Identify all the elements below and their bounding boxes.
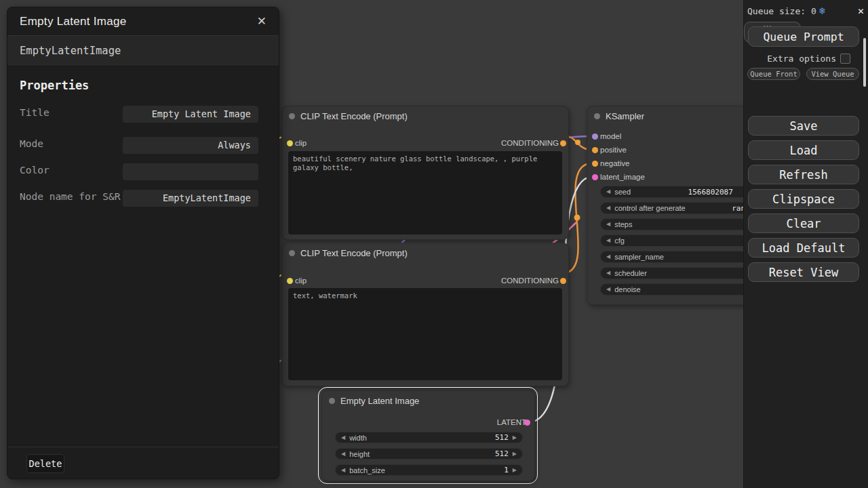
clear-button[interactable]: Clear [748, 214, 859, 233]
widget-label: seed [614, 188, 631, 196]
collapse-dot-icon[interactable] [289, 250, 295, 256]
load-button[interactable]: Load [748, 140, 859, 160]
refresh-button[interactable]: Refresh [748, 165, 859, 184]
widget-label: scheduler [614, 269, 647, 277]
wire-midpoint-dot [575, 140, 580, 145]
close-icon[interactable]: ✕ [254, 13, 269, 30]
sr-name-field[interactable]: EmptyLatentImage [123, 190, 258, 207]
node-properties-dialog: Empty Latent Image ✕ EmptyLatentImage Pr… [7, 7, 279, 479]
widget-label: cfg [614, 237, 625, 245]
queue-front-button[interactable]: Queue Front [747, 68, 800, 80]
wire-midpoint-dot [574, 215, 580, 221]
widget-label: height [349, 450, 370, 458]
title-field[interactable]: Empty Latent Image [123, 106, 258, 123]
widget-label: control after generate [614, 204, 686, 212]
conditioning-output-label: CONDITIONING [501, 139, 559, 147]
slot-row: clip CONDITIONING [282, 136, 568, 150]
height-widget[interactable]: ◀ height 512 ▶ [335, 448, 523, 460]
dialog-titlebar[interactable]: Empty Latent Image ✕ [7, 7, 279, 36]
negative-input-port[interactable] [592, 161, 598, 167]
decrement-arrow-icon[interactable]: ◀ [341, 451, 345, 457]
load-default-button[interactable]: Load Default [748, 238, 859, 258]
negative-input-label: negative [600, 159, 629, 167]
decrement-arrow-icon[interactable]: ◀ [606, 205, 610, 211]
clip-input-label: clip [295, 139, 307, 147]
decrement-arrow-icon[interactable]: ◀ [341, 468, 345, 473]
field-row-color: Color [20, 163, 265, 177]
positive-input-label: positive [600, 146, 627, 154]
increment-arrow-icon[interactable]: ▶ [513, 435, 517, 441]
node-type-name: EmptyLatentImage [20, 45, 121, 57]
node-header[interactable]: Empty Latent Image [322, 391, 534, 410]
field-label: Mode [20, 137, 121, 150]
clipspace-button[interactable]: Clipspace [748, 189, 859, 209]
reset-view-button[interactable]: Reset View [748, 262, 859, 282]
color-field[interactable] [123, 163, 258, 180]
collapse-dot-icon[interactable] [594, 113, 600, 119]
menu-topbar: Queue size: 0 ❄ ✕ [744, 0, 868, 22]
view-queue-button[interactable]: View Queue [806, 68, 859, 80]
clip-input-port[interactable] [287, 140, 293, 146]
comfyui-canvas[interactable]: CLIP Text Encode (Prompt) clip CONDITION… [0, 0, 868, 488]
decrement-arrow-icon[interactable]: ◀ [606, 238, 610, 243]
latent-output-port[interactable] [524, 420, 530, 426]
delete-button[interactable]: Delete [26, 454, 64, 473]
clip-text-encode-node-negative[interactable]: CLIP Text Encode (Prompt) clip CONDITION… [281, 243, 569, 386]
conditioning-output-label: CONDITIONING [501, 277, 559, 285]
extra-options-row: Extra options [744, 54, 868, 64]
conditioning-output-port[interactable] [560, 278, 566, 284]
slot-row: clip CONDITIONING [282, 274, 568, 287]
prompt-text-area[interactable]: text, watermark [288, 288, 562, 380]
prompt-text-area[interactable]: beautiful scenery nature glass bottle la… [288, 151, 562, 235]
collapse-dot-icon[interactable] [289, 113, 295, 119]
clip-input-label: clip [295, 277, 307, 285]
widget-label: width [349, 434, 367, 442]
slot-row: LATENT [322, 415, 534, 429]
save-button[interactable]: Save [748, 116, 859, 136]
widget-value: 1 [504, 466, 509, 474]
decrement-arrow-icon[interactable]: ◀ [606, 222, 610, 227]
node-header[interactable]: CLIP Text Encode (Prompt) [282, 243, 568, 262]
field-label: Title [20, 106, 121, 119]
node-title: Empty Latent Image [340, 396, 419, 406]
queue-prompt-button[interactable]: Queue Prompt [748, 26, 859, 47]
increment-arrow-icon[interactable]: ▶ [513, 451, 517, 457]
conditioning-output-port[interactable] [560, 140, 566, 146]
model-input-port[interactable] [592, 134, 598, 140]
latent-image-input-port[interactable] [592, 174, 598, 180]
latent-output-label: LATENT [497, 418, 526, 426]
scrollbar[interactable] [863, 38, 866, 87]
field-row-mode: Mode Always [20, 137, 265, 150]
mode-field[interactable]: Always [123, 137, 258, 154]
decrement-arrow-icon[interactable]: ◀ [606, 189, 610, 195]
extra-options-label: Extra options [767, 54, 836, 64]
snowflake-icon: ❄ [819, 5, 825, 17]
node-header[interactable]: CLIP Text Encode (Prompt) [282, 106, 568, 125]
node-title: CLIP Text Encode (Prompt) [300, 248, 408, 258]
close-icon[interactable]: ✕ [858, 5, 864, 17]
decrement-arrow-icon[interactable]: ◀ [606, 270, 610, 276]
increment-arrow-icon[interactable]: ▶ [513, 468, 517, 473]
decrement-arrow-icon[interactable]: ◀ [606, 254, 610, 260]
widget-label: batch_size [349, 466, 385, 474]
widget-value: 1566802087 [688, 188, 733, 197]
clip-input-port[interactable] [287, 278, 293, 284]
decrement-arrow-icon[interactable]: ◀ [341, 435, 345, 441]
dialog-title: Empty Latent Image [20, 15, 127, 28]
latent-image-input-label: latent_image [600, 173, 645, 181]
queue-size-label: Queue size: 0 [747, 6, 816, 16]
positive-input-port[interactable] [592, 147, 598, 153]
empty-latent-image-node[interactable]: Empty Latent Image LATENT ◀ width 512 ▶ … [321, 390, 535, 481]
properties-heading: Properties [20, 79, 279, 92]
field-label: Node name for S&R [20, 190, 121, 203]
model-input-label: model [600, 132, 621, 140]
batch-size-widget[interactable]: ◀ batch_size 1 ▶ [335, 464, 523, 476]
collapse-dot-icon[interactable] [329, 398, 335, 404]
clip-text-encode-node-positive[interactable]: CLIP Text Encode (Prompt) clip CONDITION… [281, 106, 569, 240]
widget-label: steps [614, 220, 632, 228]
decrement-arrow-icon[interactable]: ◀ [606, 287, 610, 292]
width-widget[interactable]: ◀ width 512 ▶ [335, 432, 523, 443]
field-row-sr-name: Node name for S&R EmptyLatentImage [20, 190, 265, 203]
extra-options-checkbox[interactable] [840, 54, 850, 64]
field-label: Color [20, 163, 121, 177]
